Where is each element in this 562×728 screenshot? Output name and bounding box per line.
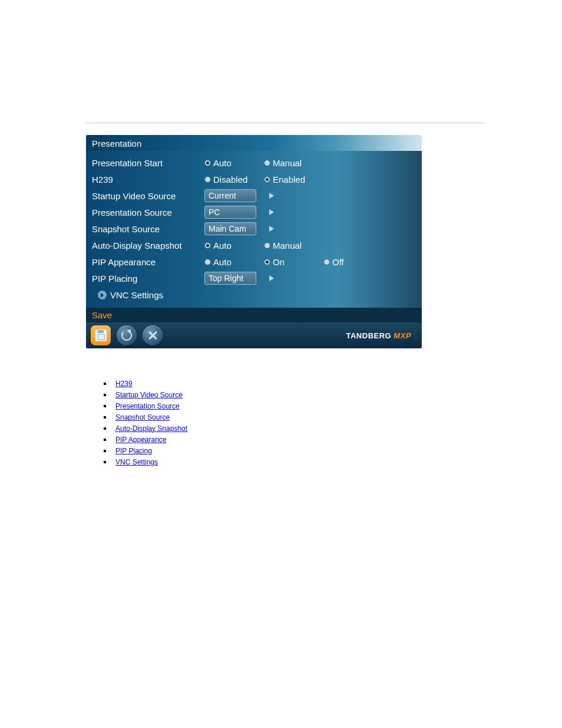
radio-option[interactable]: Off: [323, 257, 379, 267]
setting-row: PIP AppearanceAutoOnOff: [92, 253, 416, 270]
doc-link[interactable]: Snapshot Source: [115, 413, 170, 421]
setting-label: Snapshot Source: [92, 224, 201, 234]
radio-label: Auto: [213, 257, 232, 267]
doc-link[interactable]: PIP Appearance: [115, 436, 167, 444]
radio-dot-icon: [204, 259, 211, 265]
setting-row: PIP PlacingTop Right: [92, 270, 416, 286]
doc-link[interactable]: H239: [115, 380, 133, 388]
radio-label: Off: [332, 257, 344, 267]
refresh-button[interactable]: [117, 325, 137, 345]
setting-row: H239DisabledEnabled: [92, 171, 416, 187]
select-value[interactable]: Main Cam: [204, 222, 256, 235]
radio-label: Auto: [213, 158, 232, 168]
list-item: PIP Placing: [104, 445, 562, 456]
setting-row: Presentation SourcePC: [92, 204, 416, 220]
radio-option[interactable]: Auto: [204, 241, 260, 251]
radio-option[interactable]: Enabled: [264, 174, 320, 185]
chevron-right-icon[interactable]: [269, 275, 274, 281]
save-button[interactable]: [91, 325, 111, 345]
list-item: Presentation Source: [104, 400, 562, 411]
save-label: Save: [86, 308, 422, 322]
list-item: Auto-Display Snapshot: [104, 423, 562, 434]
radio-dot-icon: [264, 242, 270, 249]
bullet-icon: [104, 439, 106, 441]
setting-row: Auto-Display SnapshotAutoManual: [92, 237, 416, 253]
submenu-item[interactable]: VNC Settings: [92, 286, 416, 303]
bullet-icon: [104, 450, 106, 452]
submenu-label: VNC Settings: [110, 290, 163, 300]
radio-option[interactable]: Manual: [264, 158, 320, 168]
brand-logo: TANDBERG MXP: [346, 331, 418, 340]
list-item: VNC Settings: [104, 456, 562, 467]
bullet-icon: [104, 427, 106, 430]
bullet-icon: [104, 461, 106, 463]
radio-label: Manual: [273, 158, 302, 168]
radio-option[interactable]: Disabled: [204, 174, 260, 185]
setting-label: Startup Video Source: [92, 191, 201, 201]
doc-link[interactable]: Auto-Display Snapshot: [115, 424, 187, 433]
radio-dot-icon: [204, 160, 211, 166]
radio-dot-icon: [204, 242, 211, 249]
setting-row: Presentation StartAutoManual: [92, 154, 416, 171]
chevron-right-icon[interactable]: [269, 226, 274, 232]
radio-option[interactable]: Auto: [204, 158, 260, 168]
doc-link[interactable]: VNC Settings: [115, 458, 158, 466]
bullet-icon: [104, 394, 106, 396]
cancel-button[interactable]: [143, 325, 163, 345]
setting-row: Startup Video SourceCurrent: [92, 187, 416, 204]
select-value[interactable]: Current: [204, 189, 256, 202]
radio-label: Enabled: [273, 174, 305, 185]
bullet-icon: [104, 383, 106, 385]
setting-label: Auto-Display Snapshot: [92, 241, 201, 251]
select-value[interactable]: Top Right: [204, 272, 256, 285]
list-item: H239: [104, 378, 562, 389]
radio-dot-icon: [323, 259, 330, 265]
floppy-icon: [95, 330, 107, 341]
radio-label: Auto: [213, 241, 232, 251]
submenu-arrow-icon: [98, 291, 107, 299]
radio-dot-icon: [264, 176, 270, 183]
setting-label: H239: [92, 174, 201, 185]
panel-title: Presentation: [86, 135, 422, 151]
refresh-icon: [121, 330, 132, 341]
list-item: PIP Appearance: [104, 434, 562, 445]
settings-panel: Presentation Presentation StartAutoManua…: [86, 135, 422, 348]
radio-label: On: [273, 257, 285, 267]
radio-option[interactable]: Manual: [264, 241, 320, 251]
setting-label: Presentation Source: [92, 207, 201, 218]
doc-link[interactable]: Startup Video Source: [115, 391, 183, 399]
select-value[interactable]: PC: [204, 206, 256, 219]
toolbar: TANDBERG MXP: [86, 322, 422, 348]
setting-label: PIP Placing: [92, 274, 201, 284]
list-item: Startup Video Source: [104, 389, 562, 400]
doc-link[interactable]: PIP Placing: [115, 447, 152, 455]
radio-dot-icon: [264, 259, 270, 265]
bullet-icon: [104, 405, 106, 407]
chevron-right-icon[interactable]: [269, 193, 274, 199]
radio-dot-icon: [204, 176, 211, 183]
radio-label: Disabled: [213, 174, 247, 185]
radio-option[interactable]: On: [264, 257, 320, 267]
list-item: Snapshot Source: [104, 411, 562, 423]
radio-label: Manual: [273, 241, 302, 251]
link-list: H239Startup Video SourcePresentation Sou…: [104, 378, 562, 467]
divider: [86, 123, 484, 123]
doc-link[interactable]: Presentation Source: [115, 402, 180, 410]
radio-dot-icon: [264, 160, 270, 166]
close-icon: [147, 330, 158, 341]
bullet-icon: [104, 416, 106, 419]
setting-row: Snapshot SourceMain Cam: [92, 220, 416, 237]
radio-option[interactable]: Auto: [204, 257, 260, 267]
setting-label: PIP Appearance: [92, 257, 201, 267]
setting-label: Presentation Start: [92, 158, 201, 168]
chevron-right-icon[interactable]: [269, 209, 274, 215]
